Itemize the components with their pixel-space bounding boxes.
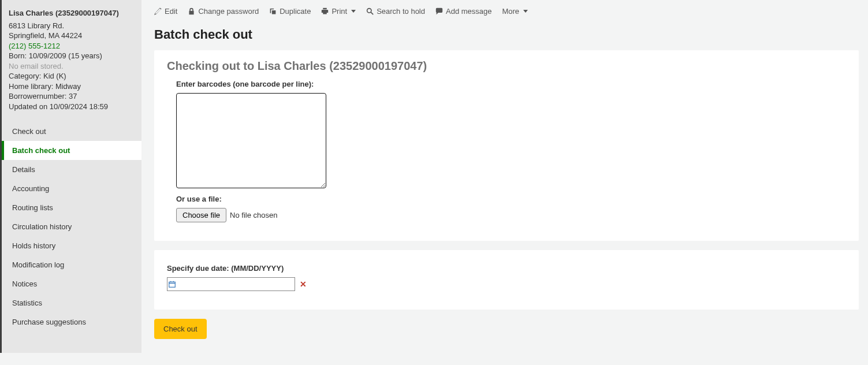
file-status: No file chosen [230, 211, 277, 219]
search-to-hold-label: Search to hold [377, 7, 425, 16]
sidebar-item-purchase-suggestions[interactable]: Purchase suggestions [2, 312, 141, 332]
choose-file-button[interactable]: Choose file [176, 208, 226, 222]
patron-address-1: 6813 Library Rd. [9, 21, 135, 31]
pencil-icon [154, 8, 162, 15]
patron-info: Lisa Charles (23529000197047) 6813 Libra… [2, 0, 141, 122]
svg-line-1 [371, 12, 373, 14]
duplicate-button[interactable]: Duplicate [269, 7, 311, 16]
sidebar-item-holds-history[interactable]: Holds history [2, 236, 141, 255]
comment-icon [435, 8, 443, 15]
svg-point-0 [367, 9, 371, 13]
checkout-submit-button[interactable]: Check out [154, 319, 207, 339]
edit-label: Edit [165, 7, 177, 16]
panel-heading: Checking out to Lisa Charles (2352900019… [167, 59, 846, 73]
print-button[interactable]: Print [321, 7, 356, 16]
caret-down-icon [523, 10, 528, 13]
more-label: More [502, 7, 519, 16]
change-password-label: Change password [198, 7, 259, 16]
sidebar-item-circulation-history[interactable]: Circulation history [2, 217, 141, 236]
lock-icon [188, 8, 195, 15]
sidebar-item-modification-log[interactable]: Modification log [2, 255, 141, 274]
barcodes-input[interactable] [176, 93, 326, 188]
more-button[interactable]: More [502, 7, 528, 16]
print-icon [321, 8, 329, 15]
due-date-input[interactable] [177, 279, 295, 290]
barcodes-label: Enter barcodes (one barcode per line): [176, 80, 846, 88]
duplicate-icon [269, 8, 277, 15]
barcodes-row: Enter barcodes (one barcode per line): [176, 80, 846, 190]
file-label: Or use a file: [176, 195, 846, 203]
patron-address-2: Springfield, MA 44224 [9, 31, 135, 41]
patron-phone[interactable]: (212) 555-1212 [9, 41, 135, 51]
clear-date-button[interactable]: ✕ [300, 280, 307, 289]
patron-name: Lisa Charles (23529000197047) [9, 8, 135, 18]
search-icon [366, 8, 374, 15]
sidebar-nav: Check outBatch check outDetailsAccountin… [2, 122, 141, 332]
checkout-panel: Checking out to Lisa Charles (2352900019… [154, 50, 859, 241]
due-date-field[interactable] [167, 277, 295, 291]
sidebar-item-accounting[interactable]: Accounting [2, 179, 141, 198]
patron-home-library: Home library: Midway [9, 81, 135, 92]
patron-email: No email stored. [9, 61, 135, 72]
patron-born: Born: 10/09/2009 (15 years) [9, 51, 135, 61]
print-label: Print [331, 7, 347, 16]
svg-rect-2 [169, 282, 176, 287]
due-date-label: Specify due date: (MM/DD/YYYY) [167, 264, 846, 273]
main-content: Edit Change password Duplicate Print Sea… [141, 0, 868, 353]
sidebar-item-check-out[interactable]: Check out [2, 122, 141, 141]
sidebar-item-notices[interactable]: Notices [2, 274, 141, 293]
sidebar-item-routing-lists[interactable]: Routing lists [2, 198, 141, 217]
patron-updated: Updated on 10/09/2024 18:59 [9, 102, 135, 112]
add-message-label: Add message [446, 7, 492, 16]
sidebar-item-statistics[interactable]: Statistics [2, 293, 141, 312]
left-sidebar: Lisa Charles (23529000197047) 6813 Libra… [0, 0, 141, 353]
due-date-panel: Specify due date: (MM/DD/YYYY) ✕ [154, 250, 859, 310]
sidebar-item-details[interactable]: Details [2, 160, 141, 179]
caret-down-icon [351, 10, 356, 13]
file-row: Or use a file: Choose file No file chose… [176, 195, 846, 222]
patron-borrowernumber: Borrowernumber: 37 [9, 91, 135, 102]
change-password-button[interactable]: Change password [188, 7, 259, 16]
duplicate-label: Duplicate [280, 7, 311, 16]
calendar-icon [167, 281, 177, 288]
add-message-button[interactable]: Add message [435, 7, 492, 16]
sidebar-item-batch-check-out[interactable]: Batch check out [2, 141, 141, 160]
edit-button[interactable]: Edit [154, 7, 177, 16]
patron-category: Category: Kid (K) [9, 71, 135, 81]
toolbar: Edit Change password Duplicate Print Sea… [154, 6, 859, 23]
page-title: Batch check out [154, 27, 859, 42]
search-to-hold-button[interactable]: Search to hold [366, 7, 425, 16]
